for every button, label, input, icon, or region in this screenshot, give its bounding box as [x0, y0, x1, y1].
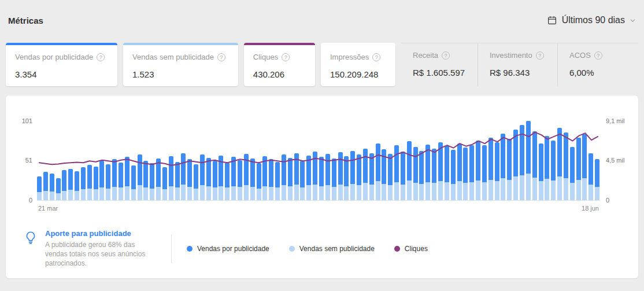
metric-label-row: Receita ?: [413, 51, 466, 60]
metric-investimento[interactable]: Investimento ? R$ 96.343: [478, 43, 557, 86]
bar-column: [350, 151, 355, 200]
bar-column: [425, 145, 430, 200]
metric-value: 430.206: [253, 69, 306, 79]
header: Métricas Últimos 90 dias: [8, 15, 636, 25]
help-icon[interactable]: ?: [442, 51, 450, 60]
bar-column: [357, 154, 361, 200]
bar-column: [451, 150, 456, 200]
metric-label: Investimento: [490, 51, 532, 60]
bar-column: [106, 164, 110, 200]
bar-column: [325, 154, 330, 200]
metric-label: Vendas por publicidade: [15, 53, 93, 61]
bar-column: [99, 161, 104, 200]
help-icon[interactable]: ?: [97, 53, 105, 61]
bar-column: [369, 153, 374, 200]
insight-title[interactable]: Aporte para publicidade: [45, 229, 155, 238]
left-axis-tick-top: 101: [22, 117, 32, 124]
help-icon[interactable]: ?: [536, 51, 544, 60]
bar-column: [476, 141, 480, 200]
bar-column: [388, 154, 393, 200]
bar-column: [181, 153, 186, 200]
bar-column: [56, 178, 61, 200]
bar-column: [507, 139, 512, 200]
bar-column: [75, 171, 79, 200]
bar-column: [576, 138, 581, 201]
right-axis-tick-top: 9,1 mil: [606, 117, 624, 124]
help-icon[interactable]: ?: [372, 53, 380, 61]
bar-column: [501, 134, 505, 200]
bar-column: [564, 132, 568, 200]
metric-value: 3.354: [15, 69, 108, 79]
bar-column: [87, 165, 92, 200]
bar-column: [313, 152, 317, 200]
metric-receita[interactable]: Receita ? R$ 1.605.597: [401, 43, 478, 86]
chart-plot: [37, 121, 600, 201]
date-filter-button[interactable]: Últimos 90 dias: [547, 15, 636, 25]
bar-column: [382, 149, 386, 200]
bar-column: [94, 167, 98, 200]
bar-column: [257, 163, 261, 200]
bar-column: [81, 167, 86, 200]
bar-column: [288, 158, 293, 200]
metric-label: Vendas sem publicidade: [132, 53, 214, 61]
bar-column: [526, 121, 531, 200]
legend-dot: [394, 246, 400, 252]
bar-column: [269, 159, 273, 200]
insight-section: Aporte para publicidade A publicidade ge…: [23, 229, 168, 268]
metric-acos[interactable]: ACOS ? 6,00%: [557, 43, 638, 86]
help-icon[interactable]: ?: [594, 51, 602, 60]
bar-column: [338, 152, 343, 200]
help-icon[interactable]: ?: [282, 53, 290, 61]
bar-column: [62, 170, 66, 200]
metric-value: 150.209.248: [330, 69, 386, 79]
legend-item-cliques[interactable]: Cliques: [394, 245, 428, 253]
legend-label: Vendas por publicidade: [197, 245, 269, 253]
metric-value: R$ 1.605.597: [413, 68, 466, 78]
bar-column: [332, 159, 336, 200]
metric-label-row: Vendas por publicidade ?: [15, 53, 108, 61]
bar-column: [407, 141, 412, 200]
bar-column: [231, 157, 236, 200]
bar-column: [225, 163, 230, 200]
metric-card-cliques[interactable]: Cliques ? 430.206: [244, 43, 315, 86]
bar-column: [513, 130, 518, 200]
insight-text: Aporte para publicidade A publicidade ge…: [45, 229, 155, 268]
bar-column: [457, 143, 462, 200]
right-axis-tick-bottom: 0: [606, 197, 609, 204]
bar-column: [394, 145, 399, 200]
bar-column: [582, 134, 587, 200]
calendar-icon: [547, 15, 557, 25]
help-icon[interactable]: ?: [217, 53, 225, 61]
bar-column: [551, 141, 556, 200]
legend-dot: [187, 246, 193, 252]
bar-column: [595, 159, 599, 200]
left-axis-tick-bottom: 0: [29, 197, 32, 204]
bar-column: [344, 156, 349, 200]
legend-item-vendas-por-publicidade[interactable]: Vendas por publicidade: [187, 245, 269, 253]
bar-column: [143, 161, 148, 200]
bar-column: [532, 131, 537, 200]
metric-label-row: ACOS ?: [569, 51, 627, 60]
bar-column: [545, 136, 549, 200]
metric-card-vendas-por-publicidade[interactable]: Vendas por publicidade ? 3.354: [6, 43, 117, 86]
bar-column: [482, 145, 487, 200]
metric-label: Cliques: [253, 53, 278, 61]
bar-column: [119, 163, 123, 200]
bar-column: [238, 160, 242, 200]
bar-column: [294, 153, 299, 200]
metric-card-impressoes[interactable]: Impressões ? 150.209.248: [321, 43, 395, 86]
bar-column: [187, 159, 192, 200]
legend-dot: [289, 246, 295, 252]
metric-card-vendas-sem-publicidade[interactable]: Vendas sem publicidade ? 1.523: [123, 43, 238, 86]
bar-column: [306, 156, 311, 200]
chart-footer: Aporte para publicidade A publicidade ge…: [15, 229, 629, 268]
insight-description: A publicidade gerou 68% das vendas totai…: [45, 240, 155, 268]
legend-label: Vendas sem publicidade: [299, 245, 375, 253]
bar-column: [282, 154, 286, 200]
page: Métricas Últimos 90 dias Vendas po: [0, 15, 644, 278]
legend-item-vendas-sem-publicidade[interactable]: Vendas sem publicidade: [289, 245, 375, 253]
bar-column: [219, 156, 223, 200]
metric-label-row: Investimento ?: [490, 51, 546, 60]
bar-column: [495, 142, 499, 200]
bar-column: [162, 167, 167, 200]
